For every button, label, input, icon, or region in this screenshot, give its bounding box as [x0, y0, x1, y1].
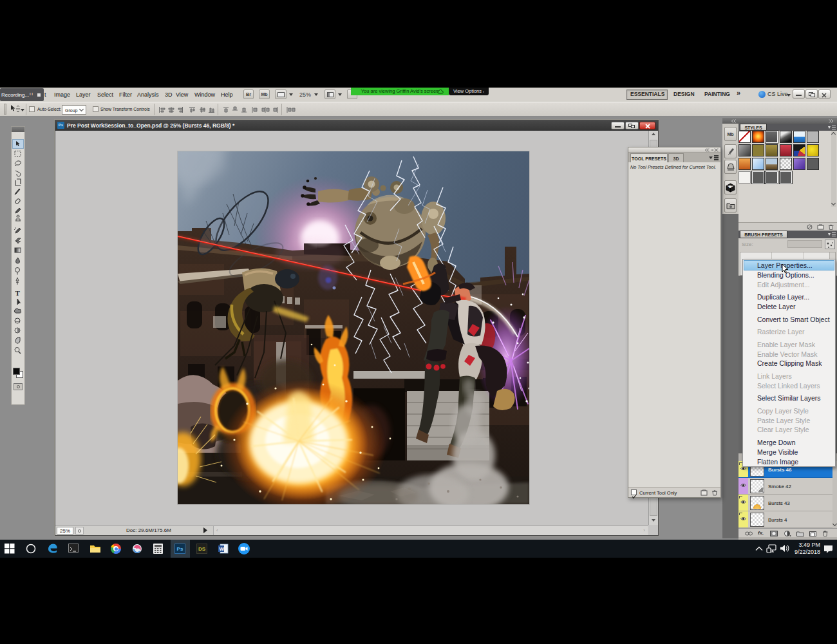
svg-text:W: W: [220, 546, 225, 552]
svg-text:T: T: [15, 289, 21, 297]
svg-text:B: B: [729, 185, 731, 189]
